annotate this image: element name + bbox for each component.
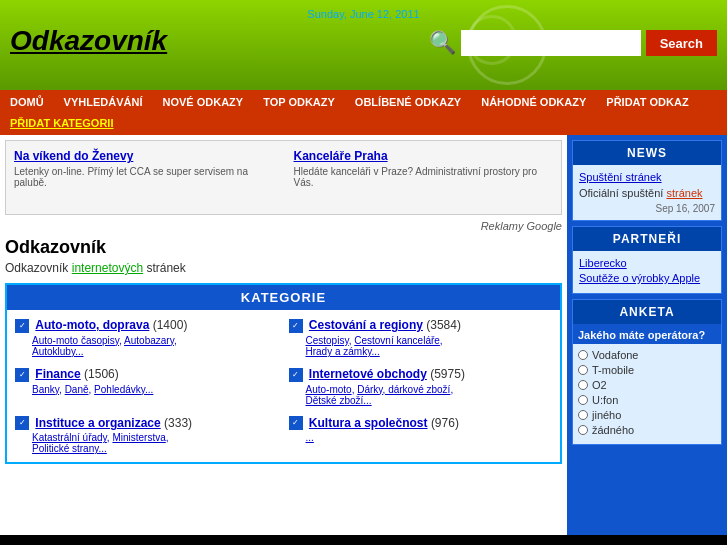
nav-add[interactable]: PŘIDAT ODKAZ: [596, 90, 698, 114]
categories-grid: ✓ Auto-moto, doprava (1400) Auto-moto ča…: [7, 310, 560, 462]
page-title: Odkazovník: [5, 237, 562, 258]
radio-0[interactable]: [578, 350, 588, 360]
radio-3[interactable]: [578, 395, 588, 405]
cat-icon-2: ✓: [15, 368, 29, 382]
page-subtitle: Odkazovník internetových stránek: [5, 261, 562, 275]
search-button[interactable]: Search: [646, 30, 717, 56]
anketa-option-4: jiného: [578, 409, 716, 421]
cat-link-0[interactable]: Auto-moto, doprava: [35, 318, 149, 332]
cat-link-3[interactable]: Internetové obchody: [309, 367, 427, 381]
radio-5[interactable]: [578, 425, 588, 435]
partneri-link-1[interactable]: Soutěže o výrobky Apple: [579, 272, 715, 284]
page-title-section: Odkazovník: [5, 237, 562, 258]
sidebar-anketa-header: ANKETA: [573, 300, 721, 324]
cat-icon-3: ✓: [289, 368, 303, 382]
cat-count-0: (1400): [153, 318, 188, 332]
cat-links-2: Banky, Daně, Pohledávky...: [32, 384, 279, 395]
ad-title-1[interactable]: Na víkend do Ženevy: [14, 149, 274, 163]
content-area: Na víkend do Ženevy Letenky on-line. Pří…: [0, 135, 567, 535]
cat-item-1: ✓ Cestování a regiony (3584) Cestopisy, …: [289, 318, 553, 357]
radio-4[interactable]: [578, 410, 588, 420]
subtitle-post: stránek: [146, 261, 185, 275]
nav-top[interactable]: TOP ODKAZY: [253, 90, 345, 114]
cat-link-5[interactable]: Kultura a společnost: [309, 416, 428, 430]
sidebar-news: NEWS Spuštění stránek Oficiální spuštění…: [572, 140, 722, 221]
sidebar-partneri-header: PARTNEŘI: [573, 227, 721, 251]
sub-nav-add-category[interactable]: PŘIDAT KATEGORII: [10, 117, 113, 129]
categories-box: KATEGORIE ✓ Auto-moto, doprava (1400) Au…: [5, 283, 562, 464]
anketa-option-1: T-mobile: [578, 364, 716, 376]
cat-item-3: ✓ Internetové obchody (5975) Auto-moto, …: [289, 367, 553, 406]
ad-text-2: Hledáte kanceláři v Praze? Administrativ…: [294, 166, 554, 188]
cat-links-0: Auto-moto časopisy, Autobazary, Autoklub…: [32, 335, 279, 357]
subtitle-link[interactable]: internetových: [72, 261, 143, 275]
ad-title-2[interactable]: Kanceláře Praha: [294, 149, 554, 163]
categories-header: KATEGORIE: [7, 285, 560, 310]
subtitle-pre: Odkazovník: [5, 261, 68, 275]
ad-item-2: Kanceláře Praha Hledáte kanceláři v Praz…: [294, 149, 554, 206]
cat-links-5: ...: [306, 432, 553, 443]
cat-count-3: (5975): [430, 367, 465, 381]
anketa-options: Vodafone T-mobile O2 U:fon jiného: [573, 344, 721, 444]
cat-icon-0: ✓: [15, 319, 29, 333]
anketa-option-5: žádného: [578, 424, 716, 436]
nav-home[interactable]: DOMŮ: [0, 90, 54, 114]
site-logo: Odkazovník: [10, 25, 167, 57]
nav-fav[interactable]: OBLÍBENÉ ODKAZY: [345, 90, 471, 114]
nav-new[interactable]: NOVÉ ODKAZY: [152, 90, 253, 114]
cat-count-1: (3584): [426, 318, 461, 332]
anketa-option-3: U:fon: [578, 394, 716, 406]
nav-random[interactable]: NÁHODNÉ ODKAZY: [471, 90, 596, 114]
ad-item-1: Na víkend do Ženevy Letenky on-line. Pří…: [14, 149, 274, 206]
ads-label: Reklamy Google: [5, 220, 562, 232]
cat-link-4[interactable]: Instituce a organizace: [35, 416, 160, 430]
cat-count-4: (333): [164, 416, 192, 430]
cat-links-3: Auto-moto, Dárky, dárkové zboží, Dětské …: [306, 384, 553, 406]
cat-count-2: (1506): [84, 367, 119, 381]
cat-icon-1: ✓: [289, 319, 303, 333]
cat-link-1[interactable]: Cestování a regiony: [309, 318, 423, 332]
search-input[interactable]: [461, 30, 641, 56]
anketa-option-2: O2: [578, 379, 716, 391]
cat-link-2[interactable]: Finance: [35, 367, 80, 381]
cat-item-4: ✓ Instituce a organizace (333) Katastrál…: [15, 416, 279, 455]
news-date: Sep 16, 2007: [579, 203, 715, 214]
sidebar-partneri: PARTNEŘI Liberecko Soutěže o výrobky App…: [572, 226, 722, 294]
anketa-option-0: Vodafone: [578, 349, 716, 361]
sub-nav: PŘIDAT KATEGORII: [0, 114, 727, 135]
sidebar-partneri-content: Liberecko Soutěže o výrobky Apple: [573, 251, 721, 293]
nav-search[interactable]: VYHLEDÁVÁNÍ: [54, 90, 153, 114]
sidebar-news-content: Spuštění stránek Oficiální spuštění strá…: [573, 165, 721, 220]
main-area: Na víkend do Ženevy Letenky on-line. Pří…: [0, 135, 727, 535]
cat-item-0: ✓ Auto-moto, doprava (1400) Auto-moto ča…: [15, 318, 279, 357]
anketa-question: Jakého máte operátora?: [573, 324, 721, 344]
date-label: Sunday, June 12, 2011: [307, 8, 419, 20]
cat-links-4: Katastrální úřady, Ministerstva, Politic…: [32, 432, 279, 454]
cat-count-5: (976): [431, 416, 459, 430]
cat-item-5: ✓ Kultura a společnost (976) ...: [289, 416, 553, 455]
sidebar-news-header: NEWS: [573, 141, 721, 165]
cat-item-2: ✓ Finance (1506) Banky, Daně, Pohledávky…: [15, 367, 279, 406]
sidebar: NEWS Spuštění stránek Oficiální spuštění…: [567, 135, 727, 535]
main-nav: DOMŮ VYHLEDÁVÁNÍ NOVÉ ODKAZY TOP ODKAZY …: [0, 90, 727, 114]
ad-text-1: Letenky on-line. Přímý let CCA se super …: [14, 166, 274, 188]
header-date: Sunday, June 12, 2011: [10, 8, 717, 20]
news-link[interactable]: Spuštění stránek: [579, 171, 715, 183]
partneri-link-0[interactable]: Liberecko: [579, 257, 715, 269]
cat-links-1: Cestopisy, Cestovní kanceláře, Hrady a z…: [306, 335, 553, 357]
header: Sunday, June 12, 2011 Odkazovník 🔍 Searc…: [0, 0, 727, 90]
search-bar: 🔍 Search: [429, 30, 717, 56]
search-icon: 🔍: [429, 30, 456, 56]
radio-2[interactable]: [578, 380, 588, 390]
sidebar-anketa: ANKETA Jakého máte operátora? Vodafone T…: [572, 299, 722, 445]
radio-1[interactable]: [578, 365, 588, 375]
news-text: Oficiální spuštění stránek: [579, 187, 703, 199]
cat-icon-5: ✓: [289, 416, 303, 430]
ads-section: Na víkend do Ženevy Letenky on-line. Pří…: [5, 140, 562, 215]
cat-icon-4: ✓: [15, 416, 29, 430]
